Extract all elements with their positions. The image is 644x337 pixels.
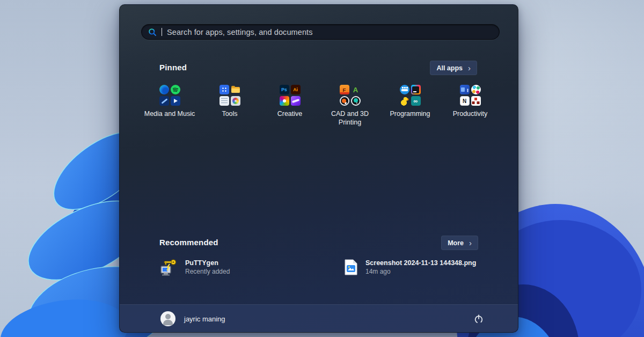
slack-icon [471,85,481,94]
search-placeholder: Search for apps, settings, and documents [167,28,313,36]
folder-label: CAD and 3D Printing [323,109,377,127]
illustrator-icon: Ai [291,85,301,94]
user-account-button[interactable]: jayric maning [160,311,225,326]
recommended-item-title: Screenshot 2024-11-13 144348.png [365,259,476,267]
text-caret [162,28,162,36]
folder-icon-grid: N [460,85,481,106]
chevron-right-icon: › [468,64,471,72]
folder-icon-grid: Ps Ai [280,85,301,106]
image-file-icon [344,259,358,276]
slicer-teal-icon [351,96,361,106]
green-a-cad-icon: A [351,85,361,94]
folder-label: Tools [203,109,257,118]
folder-tile-media-and-music[interactable]: Media and Music [140,85,200,127]
cyberduck-icon [400,96,409,106]
recommended-item-puttygen[interactable]: PuTTYgen Recently added [159,259,320,276]
power-icon [473,314,484,325]
arduino-icon: ∞ [411,96,421,106]
recommended-item-title: PuTTYgen [185,259,230,267]
folder-label: Media and Music [143,109,196,118]
start-menu: Search for apps, settings, and documents… [119,4,518,333]
folder-label: Programming [383,109,437,118]
clipchamp-icon [291,96,301,106]
edge-browser-icon [159,85,169,94]
org-chart-app-icon [471,96,481,106]
folder-tile-programming[interactable]: ∞ Programming [380,85,440,127]
photoshop-icon: Ps [280,85,289,94]
folder-tile-creative[interactable]: Ps Ai Creative [260,85,320,127]
start-menu-footer: jayric maning [120,304,518,332]
pinned-tiles: Media and Music Tools Ps Ai Creative F [140,85,500,127]
username: jayric maning [184,315,225,323]
folder-tile-tools[interactable]: Tools [200,85,260,127]
folder-tile-cad-3d-printing[interactable]: F A CAD and 3D Printing [320,85,380,127]
search-icon [148,28,157,36]
search-input[interactable]: Search for apps, settings, and documents [141,24,500,40]
folder-icon-grid [219,85,240,106]
chevron-right-icon: › [469,239,472,247]
paint-app-icon [159,96,169,106]
folder-label: Productivity [443,109,497,118]
media-player-icon [171,96,180,106]
all-apps-button[interactable]: All apps › [430,61,477,75]
calculator-icon [219,85,229,94]
power-button[interactable] [473,313,485,325]
folder-label: Creative [263,109,317,118]
recommended-item-screenshot[interactable]: Screenshot 2024-11-13 144348.png 14m ago [344,259,505,276]
recommended-item-subtitle: Recently added [185,268,230,275]
puttygen-icon [159,259,178,276]
spotify-icon [171,85,180,94]
docker-icon [400,85,409,94]
word-icon [460,85,470,94]
pinned-section-title: Pinned [159,63,187,72]
recommended-item-subtitle: 14m ago [365,268,476,275]
recommended-section-title: Recommended [159,238,218,247]
folder-tile-productivity[interactable]: N Productivity [440,85,500,127]
file-explorer-icon [231,85,240,94]
paint-palette-icon [231,96,240,106]
folder-icon-grid: F A [340,85,361,106]
notepad-icon [219,96,229,106]
notion-icon: N [460,96,470,106]
intellij-idea-icon [411,85,421,94]
fusion-cad-icon: F [340,85,349,94]
folder-icon-grid: ∞ [400,85,421,106]
folder-icon-grid [159,85,180,106]
more-button[interactable]: More › [441,236,478,250]
avatar [160,311,175,326]
slicer-orange-icon [340,96,349,106]
photos-icon [280,96,289,106]
